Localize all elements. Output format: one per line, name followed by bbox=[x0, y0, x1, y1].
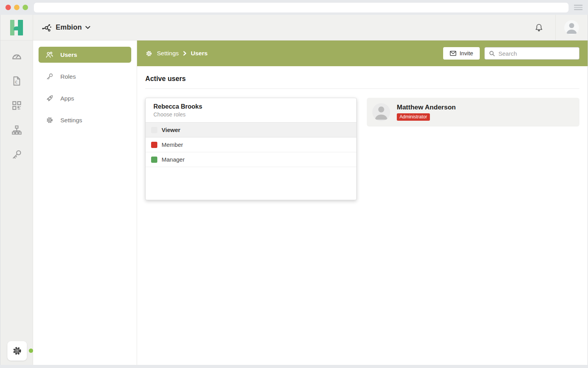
role-option-label: Member bbox=[162, 141, 183, 148]
status-dot bbox=[29, 349, 33, 353]
dropdown-user-name: Rebecca Brooks bbox=[153, 103, 349, 110]
envelope-icon bbox=[450, 51, 456, 56]
viewer-color-swatch bbox=[151, 127, 157, 133]
invite-button[interactable]: Invite bbox=[443, 47, 480, 60]
breadcrumb-users[interactable]: Users bbox=[191, 50, 208, 57]
notifications-button[interactable] bbox=[522, 15, 555, 40]
role-dropdown: Rebecca Brooks Choose roles Viewer Membe… bbox=[145, 98, 357, 200]
role-dropdown-header: Rebecca Brooks Choose roles bbox=[146, 98, 356, 123]
address-bar[interactable] bbox=[34, 3, 569, 12]
browser-chrome bbox=[0, 0, 588, 15]
close-window-button[interactable] bbox=[5, 5, 11, 10]
role-option-member[interactable]: Member bbox=[146, 137, 356, 152]
module-rail: € bbox=[0, 40, 33, 365]
breadcrumb: Settings Users bbox=[145, 50, 208, 57]
browser-menu-icon[interactable] bbox=[574, 5, 583, 10]
chevron-down-icon bbox=[85, 26, 90, 29]
user-card-text: Matthew Anderson Administrator bbox=[397, 104, 456, 121]
app-header: Embion bbox=[0, 15, 588, 40]
organization-name: Embion bbox=[56, 23, 82, 32]
svg-text:€: € bbox=[15, 80, 18, 85]
settings-gear-icon bbox=[145, 50, 153, 57]
minimize-window-button[interactable] bbox=[14, 5, 19, 10]
sidebar-item-roles[interactable]: Roles bbox=[39, 69, 131, 85]
window-controls bbox=[5, 5, 28, 10]
zoom-window-button[interactable] bbox=[23, 5, 28, 10]
key-icon[interactable] bbox=[9, 147, 24, 162]
h-logo-icon bbox=[10, 20, 23, 35]
role-option-viewer[interactable]: Viewer bbox=[146, 123, 356, 137]
role-option-label: Viewer bbox=[162, 127, 180, 133]
role-option-manager[interactable]: Manager bbox=[146, 152, 356, 167]
user-avatar-icon bbox=[564, 20, 579, 35]
title-divider bbox=[145, 88, 579, 89]
user-card[interactable]: Matthew Anderson Administrator bbox=[367, 98, 579, 127]
invoice-document-icon[interactable]: € bbox=[9, 74, 24, 88]
preferences-gear-button[interactable] bbox=[7, 341, 27, 361]
breadcrumb-settings[interactable]: Settings bbox=[157, 50, 179, 57]
sidebar-item-label: Users bbox=[60, 51, 77, 58]
gear-icon bbox=[45, 116, 54, 125]
sidebar-item-label: Settings bbox=[60, 117, 82, 124]
bell-icon bbox=[534, 23, 544, 33]
users-row: Rebecca Brooks Choose roles Viewer Membe… bbox=[145, 98, 579, 200]
page-content: Active users Rebecca Brooks Choose roles… bbox=[137, 66, 588, 365]
chevron-right-icon bbox=[183, 51, 187, 56]
sidebar-item-settings[interactable]: Settings bbox=[39, 112, 131, 128]
app-window: Embion bbox=[0, 15, 588, 365]
sidebar-item-label: Apps bbox=[60, 95, 74, 102]
sitemap-icon[interactable] bbox=[9, 123, 24, 137]
dashboard-gauge-icon[interactable] bbox=[9, 49, 24, 64]
molecule-icon bbox=[41, 22, 52, 33]
app-logo[interactable] bbox=[0, 15, 33, 40]
search-input[interactable] bbox=[498, 50, 576, 57]
user-avatar-icon bbox=[372, 103, 390, 121]
header-actions bbox=[522, 15, 588, 40]
users-icon bbox=[45, 51, 54, 59]
role-badge: Administrator bbox=[397, 113, 430, 121]
manager-color-swatch bbox=[151, 157, 157, 163]
invite-button-label: Invite bbox=[459, 50, 473, 56]
rocket-icon bbox=[45, 94, 54, 103]
role-option-label: Manager bbox=[162, 156, 185, 163]
apps-grid-icon[interactable] bbox=[9, 98, 24, 113]
page-toolbar: Settings Users Invite bbox=[137, 40, 588, 66]
toolbar-actions: Invite bbox=[443, 47, 579, 60]
sidebar-item-users[interactable]: Users bbox=[39, 47, 131, 63]
user-name: Matthew Anderson bbox=[397, 104, 456, 111]
main-area: Settings Users Invite bbox=[137, 40, 588, 365]
organization-selector[interactable]: Embion bbox=[33, 15, 90, 40]
app-body: € bbox=[0, 40, 588, 365]
sidebar-item-label: Roles bbox=[60, 73, 76, 80]
gear-icon bbox=[12, 345, 23, 356]
member-color-swatch bbox=[151, 142, 157, 148]
page-title: Active users bbox=[145, 75, 579, 83]
search-box bbox=[484, 47, 579, 60]
settings-nav: Users Roles bbox=[33, 40, 137, 365]
user-menu-button[interactable] bbox=[556, 15, 588, 40]
dropdown-hint: Choose roles bbox=[153, 111, 349, 118]
sidebar-item-apps[interactable]: Apps bbox=[39, 90, 131, 106]
search-icon bbox=[489, 50, 495, 57]
key-icon bbox=[45, 72, 54, 81]
